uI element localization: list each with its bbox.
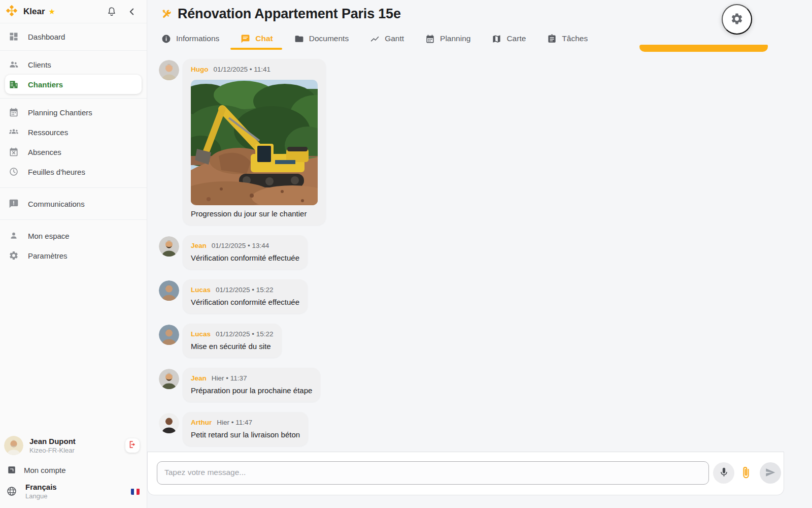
avatar	[159, 280, 179, 301]
language-selector[interactable]: Français Langue	[4, 483, 140, 500]
calendar-x-icon	[9, 147, 19, 157]
tab-label: Carte	[506, 34, 526, 43]
message-bubble: ArthurHier • 11:47Petit retard sur la li…	[183, 412, 308, 446]
message-timestamp: Hier • 11:47	[217, 419, 252, 426]
message-input[interactable]	[157, 461, 709, 485]
sidebar-item-label: Ressources	[28, 128, 68, 137]
sidebar-header: Klear ★	[0, 0, 147, 23]
sidebar-item-clients[interactable]: Clients	[5, 55, 142, 74]
tab-informations[interactable]: Informations	[161, 34, 219, 44]
logout-icon	[128, 440, 137, 451]
sidebar-item-planning-chantiers[interactable]: Planning Chantiers	[5, 103, 142, 122]
calendar-icon	[9, 107, 19, 117]
tab-gantt[interactable]: Gantt	[370, 34, 404, 44]
sidebar-bottom: Jean Dupont Kizeo-FR-Klear Mon compte Fr…	[0, 436, 147, 503]
globe-icon	[6, 486, 17, 497]
message-author: Lucas	[191, 330, 211, 338]
sidebar-item-label: Chantiers	[28, 80, 63, 89]
sidebar-item-chantiers[interactable]: Chantiers	[5, 75, 142, 94]
gantt-icon	[370, 34, 380, 44]
sidebar-item-mon-compte[interactable]: Mon compte	[4, 465, 140, 474]
voice-message-button[interactable]	[713, 462, 734, 484]
message-author: Jean	[191, 242, 207, 249]
clients-icon	[9, 59, 19, 70]
folder-icon	[294, 34, 304, 44]
sidebar-divider	[0, 50, 147, 51]
chat-message: JeanHier • 11:37Préparation pour la proc…	[159, 368, 784, 402]
tab-carte[interactable]: Carte	[492, 34, 526, 44]
message-text: Préparation pour la prochaine étape	[191, 386, 312, 395]
chat-message: Lucas01/12/2025 • 15:22Mise en sécurité …	[159, 324, 784, 358]
klear-logo-icon	[5, 5, 18, 18]
attach-file-button[interactable]	[735, 462, 757, 484]
main-panel: Rénovation Appartement Paris 15e Informa…	[147, 0, 812, 508]
message-author: Hugo	[191, 66, 209, 73]
message-text: Mise en sécurité du site	[191, 342, 274, 351]
sidebar-item-label: Planning Chantiers	[28, 108, 92, 117]
message-bubble: Jean01/12/2025 • 13:44Vérification confo…	[183, 235, 308, 269]
account-label: Mon compte	[24, 466, 66, 474]
chat-message-list[interactable]: Hugo01/12/2025 • 11:41Progression du jou…	[147, 53, 784, 451]
message-timestamp: 01/12/2025 • 15:22	[216, 330, 274, 338]
chat-message: Jean01/12/2025 • 13:44Vérification confo…	[159, 235, 784, 269]
notifications-bell-icon[interactable]	[106, 6, 117, 17]
message-composer	[147, 452, 784, 495]
french-flag-icon	[131, 488, 140, 495]
message-text: Petit retard sur la livraison béton	[191, 430, 300, 439]
message-author: Jean	[191, 374, 207, 382]
page-title: Rénovation Appartement Paris 15e	[178, 6, 401, 22]
user-row: Jean Dupont Kizeo-FR-Klear	[4, 436, 140, 455]
logout-button[interactable]	[125, 438, 140, 453]
send-icon	[765, 467, 776, 480]
message-author: Arthur	[191, 419, 212, 426]
avatar	[159, 325, 179, 345]
message-bubble: JeanHier • 11:37Préparation pour la proc…	[183, 368, 320, 402]
chat-message: ArthurHier • 11:47Petit retard sur la li…	[159, 412, 784, 446]
avatar	[159, 369, 179, 389]
info-icon	[161, 34, 171, 44]
sidebar-item-communications[interactable]: Communications	[5, 194, 142, 213]
sidebar-item-feuilles-d-heures[interactable]: Feuilles d'heures	[5, 162, 142, 181]
announcement-icon	[9, 199, 19, 209]
microphone-icon	[719, 467, 729, 479]
sidebar-item-absences[interactable]: Absences	[5, 142, 142, 162]
tab-documents[interactable]: Documents	[294, 34, 349, 44]
sidebar-item-ressources[interactable]: Ressources	[5, 122, 142, 142]
language-caption: Langue	[25, 492, 57, 500]
language-value: Français	[25, 483, 57, 491]
tab-chat[interactable]: Chat	[241, 34, 273, 44]
scrolled-action-button[interactable]	[639, 45, 768, 52]
collapse-sidebar-icon[interactable]	[126, 6, 138, 17]
sidebar-nav: DashboardClientsChantiersPlanning Chanti…	[0, 23, 147, 265]
sidebar-item-label: Clients	[28, 60, 51, 69]
tab-label: Informations	[176, 34, 219, 43]
tab-label: Planning	[440, 34, 470, 43]
sidebar-item-param-tres[interactable]: Paramètres	[5, 246, 142, 265]
tab-planning[interactable]: Planning	[425, 34, 470, 44]
message-author: Lucas	[191, 286, 211, 294]
user-name: Jean Dupont	[29, 437, 76, 446]
chat-message: Lucas01/12/2025 • 15:22Vérification conf…	[159, 279, 784, 313]
chat-settings-button[interactable]	[722, 4, 752, 35]
app-window: Klear ★ DashboardClientsChantiersPlannin…	[0, 0, 812, 508]
brand-name: Klear	[23, 7, 45, 17]
groups-icon	[9, 127, 19, 137]
gear-icon	[9, 250, 19, 261]
sidebar-item-dashboard[interactable]: Dashboard	[5, 27, 142, 46]
chat-message: Hugo01/12/2025 • 11:41Progression du jou…	[159, 59, 784, 225]
message-text: Progression du jour sur le chantier	[191, 209, 318, 218]
person-icon	[9, 231, 19, 241]
chat-icon	[241, 34, 250, 44]
building-icon	[9, 79, 19, 89]
sidebar-item-mon-espace[interactable]: Mon espace	[5, 226, 142, 245]
sidebar-item-label: Mon espace	[28, 232, 70, 240]
send-message-button[interactable]	[760, 462, 781, 484]
message-timestamp: 01/12/2025 • 11:41	[214, 66, 271, 73]
message-timestamp: 01/12/2025 • 13:44	[212, 242, 269, 249]
excavator-photo[interactable]	[191, 80, 318, 205]
star-icon: ★	[49, 7, 55, 16]
message-text: Vérification conformité effectuée	[191, 253, 299, 262]
tab-t-ches[interactable]: Tâches	[547, 34, 588, 44]
avatar	[159, 236, 179, 257]
tab-label: Gantt	[385, 34, 404, 43]
